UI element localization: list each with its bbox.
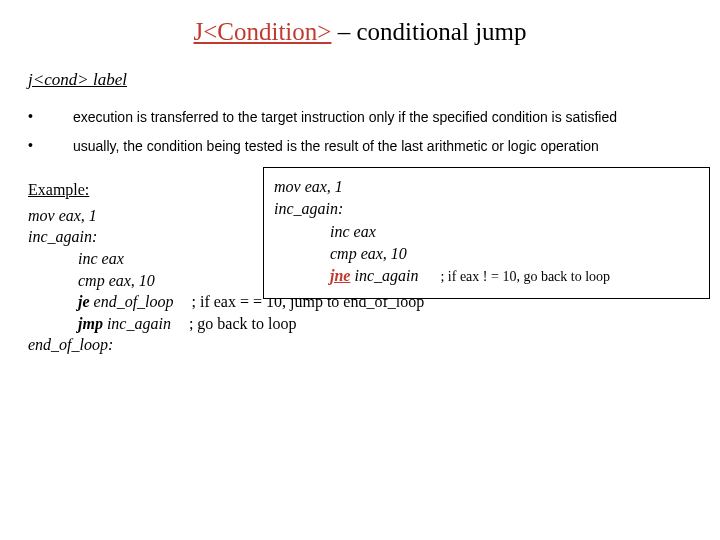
code-box-right: mov eax, 1 inc_again: inc eax cmp eax, 1… [263, 167, 710, 299]
bullet-text: execution is transferred to the target i… [73, 108, 692, 127]
arg: inc_again [103, 313, 171, 335]
code-line: inc eax [274, 221, 699, 243]
slide-title: J<Condition> – conditional jump [28, 18, 692, 46]
comment: ; go back to loop [171, 313, 297, 335]
bullet-list: • execution is transferred to the target… [28, 108, 692, 156]
comment: ; if eax ! = 10, go back to loop [418, 267, 610, 287]
bullet-item: • execution is transferred to the target… [28, 108, 692, 127]
code-line: cmp eax, 10 [274, 243, 699, 265]
code-line-jmp: jmp inc_again ; go back to loop [28, 313, 692, 335]
example-area: mov eax, 1 inc_again: inc eax cmp eax, 1… [28, 181, 692, 356]
keyword-jne: jne [274, 265, 350, 287]
keyword-jmp: jmp [28, 313, 103, 335]
arg: inc_again [350, 265, 418, 287]
code-line: end_of_loop: [28, 334, 692, 356]
title-accent: J<Condition> [193, 18, 331, 45]
keyword-je: je [28, 291, 90, 313]
bullet-text: usually, the condition being tested is t… [73, 137, 692, 156]
syntax-line: j<cond> label [28, 70, 692, 90]
title-rest: – conditional jump [331, 18, 526, 45]
bullet-item: • usually, the condition being tested is… [28, 137, 692, 156]
bullet-marker: • [28, 108, 73, 127]
code-line: inc_again: [274, 198, 699, 220]
code-line-jne: jne inc_again ; if eax ! = 10, go back t… [274, 265, 699, 287]
code-line: mov eax, 1 [274, 176, 699, 198]
arg: end_of_loop [90, 291, 174, 313]
bullet-marker: • [28, 137, 73, 156]
